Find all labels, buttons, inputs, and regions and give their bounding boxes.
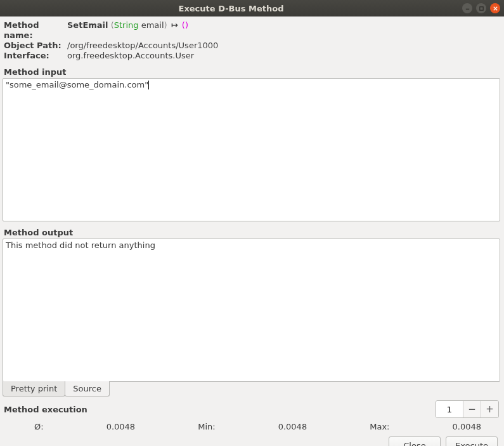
titlebar[interactable]: Execute D-Bus Method <box>0 0 504 16</box>
maximize-icon <box>479 6 484 11</box>
sig-close-paren: ) <box>164 20 167 30</box>
stat-min-label: Min: <box>198 422 215 431</box>
method-signature: SetEmail (String email) ↦ () <box>67 20 188 30</box>
stat-avg-label: Ø: <box>34 422 44 431</box>
text-caret <box>148 81 149 89</box>
sig-arg-name: email <box>141 20 164 30</box>
execution-count-input[interactable] <box>436 401 463 417</box>
spin-minus-button[interactable]: − <box>463 401 481 417</box>
spin-plus-button[interactable]: + <box>481 401 498 417</box>
window-controls <box>462 3 500 13</box>
execute-button[interactable]: Execute <box>446 436 498 446</box>
object-path-row: Object Path: /org/freedesktop/Accounts/U… <box>3 41 500 51</box>
close-icon <box>493 6 498 11</box>
output-tabs: Pretty print Source <box>3 382 500 397</box>
method-input-textarea[interactable]: "some_email@some_domain.com" <box>3 78 500 221</box>
method-input-label: Method input <box>3 67 500 77</box>
method-name-value: SetEmail <box>67 20 108 30</box>
execution-count-spinbox[interactable]: − + <box>436 400 499 418</box>
dialog-window: Execute D-Bus Method Method name: SetEma… <box>0 0 504 446</box>
method-output-label: Method output <box>3 228 500 237</box>
method-output-value: This method did not return anything <box>6 240 155 250</box>
execution-stats-row: Ø: 0.0048 Min: 0.0048 Max: 0.0048 <box>3 422 500 431</box>
content-area: Method name: SetEmail (String email) ↦ (… <box>0 16 504 446</box>
interface-label: Interface: <box>4 51 67 61</box>
method-name-row: Method name: SetEmail (String email) ↦ (… <box>3 20 500 41</box>
interface-value: org.freedesktop.Accounts.User <box>67 51 194 61</box>
sig-arg-type: String <box>114 20 139 30</box>
stat-avg-value: 0.0048 <box>107 422 136 431</box>
stat-min-value: 0.0048 <box>278 422 307 431</box>
close-dialog-button[interactable]: Close <box>389 436 441 446</box>
close-button[interactable] <box>490 3 500 13</box>
object-path-label: Object Path: <box>4 41 67 51</box>
object-path-value: /org/freedesktop/Accounts/User1000 <box>67 41 218 51</box>
method-execution-row: Method execution − + <box>3 400 500 418</box>
maximize-button[interactable] <box>476 3 486 13</box>
dialog-button-row: Close Execute <box>3 436 500 446</box>
sig-ret-close: ) <box>185 20 188 30</box>
minimize-button[interactable] <box>462 3 472 13</box>
svg-rect-1 <box>479 6 482 10</box>
method-output-textarea[interactable]: This method did not return anything <box>3 239 500 382</box>
interface-row: Interface: org.freedesktop.Accounts.User <box>3 51 500 61</box>
stat-max-label: Max: <box>370 422 389 431</box>
method-name-label: Method name: <box>4 20 67 41</box>
stat-max-value: 0.0048 <box>453 422 482 431</box>
minimize-icon <box>465 6 470 11</box>
tab-pretty-print[interactable]: Pretty print <box>3 381 65 397</box>
window-title: Execute D-Bus Method <box>0 4 462 13</box>
sig-arrow-icon: ↦ <box>170 20 179 30</box>
method-input-value: "some_email@some_domain.com" <box>6 80 148 89</box>
method-execution-label: Method execution <box>4 405 436 414</box>
tab-source[interactable]: Source <box>65 381 110 397</box>
